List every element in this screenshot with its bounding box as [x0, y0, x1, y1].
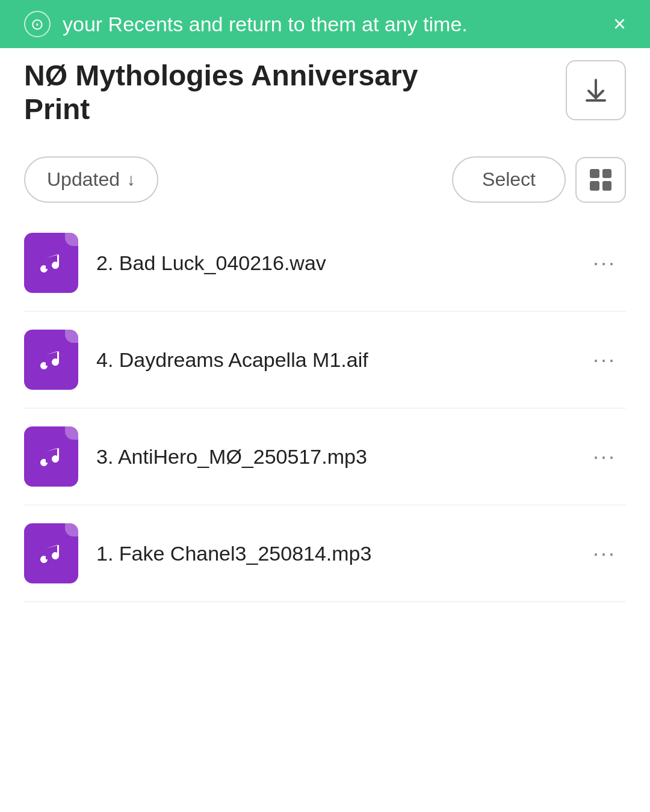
- list-item: 3. AntiHero_MØ_250517.mp3 ···: [24, 408, 626, 505]
- sort-label: Updated: [47, 168, 120, 191]
- music-note-icon: [38, 250, 64, 276]
- select-label: Select: [482, 168, 536, 190]
- music-note-icon: [38, 443, 64, 470]
- header-row: NØ Mythologies Anniversary Print: [0, 48, 650, 126]
- music-note-icon: [38, 540, 64, 567]
- file-name: 3. AntiHero_MØ_250517.mp3: [96, 445, 565, 469]
- page-title-line1: NØ Mythologies Anniversary: [24, 60, 566, 92]
- list-item: 4. Daydreams Acapella M1.aif ···: [24, 312, 626, 408]
- download-icon: [581, 75, 611, 105]
- music-note-icon: [38, 346, 64, 373]
- banner-text: ⊙ your Recents and return to them at any…: [24, 11, 601, 37]
- toolbar-right: Select: [452, 156, 626, 203]
- close-icon[interactable]: ×: [613, 11, 626, 37]
- list-item: 2. Bad Luck_040216.wav ···: [24, 215, 626, 312]
- more-options-button[interactable]: ···: [583, 535, 626, 572]
- sort-arrow: ↓: [127, 170, 135, 189]
- list-item: 1. Fake Chanel3_250814.mp3 ···: [24, 505, 626, 602]
- file-name: 4. Daydreams Acapella M1.aif: [96, 348, 565, 372]
- select-button[interactable]: Select: [452, 156, 566, 203]
- grid-view-button[interactable]: [575, 157, 626, 203]
- more-options-button[interactable]: ···: [583, 244, 626, 281]
- grid-dot-2: [602, 169, 612, 179]
- grid-dot-1: [590, 169, 599, 179]
- file-icon: [24, 426, 78, 487]
- file-icon: [24, 233, 78, 293]
- file-icon: [24, 523, 78, 583]
- user-icon: ⊙: [24, 11, 51, 37]
- more-options-button[interactable]: ···: [583, 341, 626, 378]
- grid-dot-3: [590, 181, 599, 191]
- grid-icon: [590, 169, 611, 191]
- download-button[interactable]: [566, 60, 626, 120]
- header-titles: NØ Mythologies Anniversary Print: [24, 60, 566, 126]
- notification-banner: ⊙ your Recents and return to them at any…: [0, 0, 650, 48]
- file-name: 1. Fake Chanel3_250814.mp3: [96, 542, 565, 565]
- file-name: 2. Bad Luck_040216.wav: [96, 251, 565, 275]
- page-title-line2: Print: [24, 92, 566, 127]
- grid-dot-4: [602, 181, 612, 191]
- more-options-button[interactable]: ···: [583, 438, 626, 475]
- toolbar: Updated ↓ Select: [0, 138, 650, 215]
- banner-message: your Recents and return to them at any t…: [63, 13, 468, 36]
- file-list: 2. Bad Luck_040216.wav ··· 4. Daydreams …: [0, 215, 650, 602]
- file-icon: [24, 330, 78, 390]
- sort-button[interactable]: Updated ↓: [24, 156, 158, 203]
